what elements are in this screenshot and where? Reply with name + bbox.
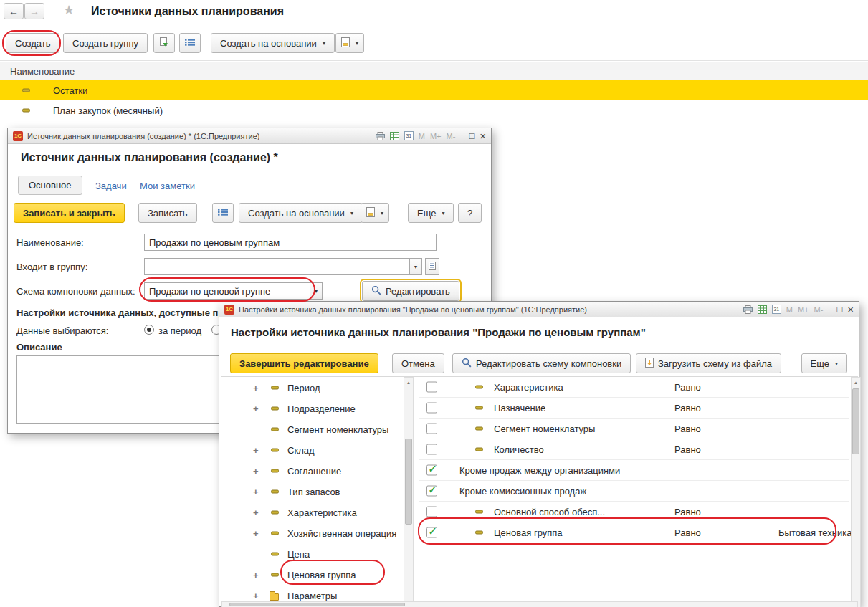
horizontal-scrollbar[interactable] — [221, 601, 858, 607]
condition-row[interactable]: Сегмент номенклатуры Равно — [419, 419, 849, 439]
create-based-on-button[interactable]: Создать на основании▾ — [239, 203, 363, 223]
group-dropdown-button[interactable]: ▾ — [409, 258, 422, 275]
scroll-up-icon[interactable]: ▲ — [404, 378, 413, 387]
condition-row[interactable]: ✓ Кроме комиссионных продаж — [419, 481, 849, 502]
edit-schema-button[interactable]: Редактировать — [362, 281, 459, 301]
checkbox-unchecked[interactable] — [426, 403, 437, 414]
more-button[interactable]: Еще▾ — [801, 353, 847, 373]
condition-row[interactable]: ✓ Кроме продаж между организациями — [419, 460, 849, 481]
tree-item-characteristic[interactable]: + Характеристика — [221, 502, 402, 522]
scrollbar-thumb[interactable] — [405, 439, 412, 525]
save-button[interactable]: Записать — [138, 203, 197, 223]
tree-item-business-operation[interactable]: + Хозяйственная операция — [221, 522, 402, 543]
list-settings-button[interactable] — [179, 33, 201, 53]
item-dash-icon — [271, 552, 279, 555]
tree-item-segment[interactable]: Сегмент номенклатуры — [221, 419, 402, 439]
tree-scrollbar[interactable]: ▲ ▼ — [404, 377, 414, 607]
more-button[interactable]: Еще▾ — [408, 203, 454, 223]
dialog2-titlebar[interactable]: 1С Настройки источника данных планирован… — [219, 302, 859, 317]
group-open-button[interactable] — [425, 258, 439, 275]
expand-icon[interactable]: + — [253, 486, 259, 497]
tree-item-label: Хозяйственная операция — [287, 527, 396, 538]
print-icon[interactable] — [743, 305, 753, 314]
tree-item-department[interactable]: + Подразделение — [221, 398, 402, 419]
maximize-button[interactable]: □ — [469, 131, 474, 140]
edit-composition-schema-button[interactable]: Редактировать схему компоновки — [452, 353, 631, 373]
expand-icon[interactable]: + — [253, 590, 259, 601]
list-settings-button[interactable] — [212, 203, 234, 223]
back-button[interactable]: ← — [4, 3, 24, 19]
table-row[interactable]: План закупок (месячный) — [0, 100, 868, 120]
tab-main[interactable]: Основное — [18, 176, 82, 195]
copy-item-button[interactable] — [153, 33, 175, 53]
item-dash-icon — [271, 489, 279, 493]
tree-item-period[interactable]: + Период — [221, 377, 402, 398]
expand-icon[interactable]: + — [253, 444, 259, 455]
condition-label: Кроме комиссионных продаж — [459, 486, 586, 497]
radio-za-period[interactable] — [144, 325, 154, 335]
tree-item-price-group[interactable]: + Ценовая группа — [221, 564, 402, 585]
document-icon — [366, 207, 375, 219]
calendar-icon[interactable]: 31 — [772, 305, 781, 314]
caret-down-icon: ▾ — [356, 40, 358, 47]
save-close-button[interactable]: Записать и закрыть — [14, 203, 125, 223]
condition-row[interactable]: Характеристика Равно — [419, 377, 849, 398]
load-schema-button[interactable]: Загрузить схему из файла — [636, 353, 781, 373]
condition-row-price-group[interactable]: ✓ Ценовая группа Равно Бытовая техника — [419, 522, 849, 543]
favorite-star-icon[interactable]: ★ — [63, 2, 75, 18]
expand-icon[interactable]: + — [253, 527, 259, 538]
save-label: Записать — [148, 208, 188, 219]
maximize-button[interactable]: □ — [836, 305, 842, 314]
checkbox-checked[interactable]: ✓ — [426, 486, 437, 497]
tab-notes[interactable]: Мои заметки — [140, 181, 195, 191]
comparison-type: Равно — [674, 382, 701, 393]
forward-button[interactable]: → — [24, 3, 44, 19]
scrollbar-thumb[interactable] — [229, 603, 405, 606]
tree-item-warehouse[interactable]: + Склад — [221, 439, 402, 460]
cancel-button[interactable]: Отмена — [392, 353, 444, 373]
spreadsheet-icon[interactable] — [758, 305, 767, 314]
scroll-up-icon[interactable]: ▲ — [852, 378, 860, 387]
dialog1-titlebar[interactable]: 1С Источник данных планирования (создани… — [8, 128, 491, 144]
document-actions-button[interactable]: ▾ — [335, 33, 364, 53]
tab-tasks[interactable]: Задачи — [95, 181, 127, 191]
row-label: Остатки — [53, 85, 87, 96]
memory-indicator: М — [419, 132, 425, 140]
name-input[interactable] — [144, 234, 437, 251]
schema-input[interactable] — [144, 282, 310, 300]
help-button[interactable]: ? — [458, 203, 482, 223]
column-header-name[interactable]: Наименование — [0, 62, 868, 80]
expand-icon[interactable]: + — [253, 465, 259, 476]
expand-icon[interactable]: + — [253, 403, 259, 414]
conditions-scrollbar[interactable]: ▲ ▼ — [851, 377, 861, 607]
print-icon[interactable] — [376, 132, 385, 140]
create-button[interactable]: Создать — [6, 33, 59, 53]
checkbox-checked[interactable]: ✓ — [426, 527, 437, 538]
expand-icon[interactable]: + — [253, 507, 259, 517]
calendar-icon[interactable]: 31 — [404, 131, 414, 140]
scrollbar-thumb[interactable] — [852, 388, 859, 454]
create-group-button[interactable]: Создать группу — [63, 33, 148, 53]
checkbox-unchecked[interactable] — [426, 444, 437, 455]
checkbox-unchecked[interactable] — [426, 507, 437, 517]
condition-row[interactable]: Основной способ обесп... Равно — [419, 502, 849, 522]
checkbox-unchecked[interactable] — [426, 382, 437, 393]
expand-icon[interactable]: + — [253, 569, 259, 580]
spreadsheet-icon[interactable] — [390, 132, 399, 140]
group-input[interactable] — [144, 258, 410, 275]
condition-row[interactable]: Назначение Равно — [419, 398, 849, 419]
tree-item-stock-type[interactable]: + Тип запасов — [221, 481, 402, 502]
close-button[interactable]: × — [847, 304, 854, 315]
table-row[interactable]: Остатки — [0, 80, 868, 100]
checkbox-unchecked[interactable] — [426, 424, 437, 434]
document-actions-button[interactable]: ▾ — [361, 203, 389, 223]
expand-icon[interactable]: + — [253, 382, 259, 393]
checkbox-checked[interactable]: ✓ — [426, 465, 437, 476]
close-button[interactable]: × — [480, 130, 486, 141]
tree-item-price[interactable]: Цена — [221, 543, 402, 564]
condition-row[interactable]: Количество Равно — [419, 439, 849, 460]
schema-dropdown-button[interactable]: ▾ — [310, 282, 323, 300]
finish-editing-button[interactable]: Завершить редактирование — [230, 353, 378, 373]
create-based-on-button[interactable]: Создать на основании▾ — [211, 33, 335, 53]
tree-item-agreement[interactable]: + Соглашение — [221, 460, 402, 481]
